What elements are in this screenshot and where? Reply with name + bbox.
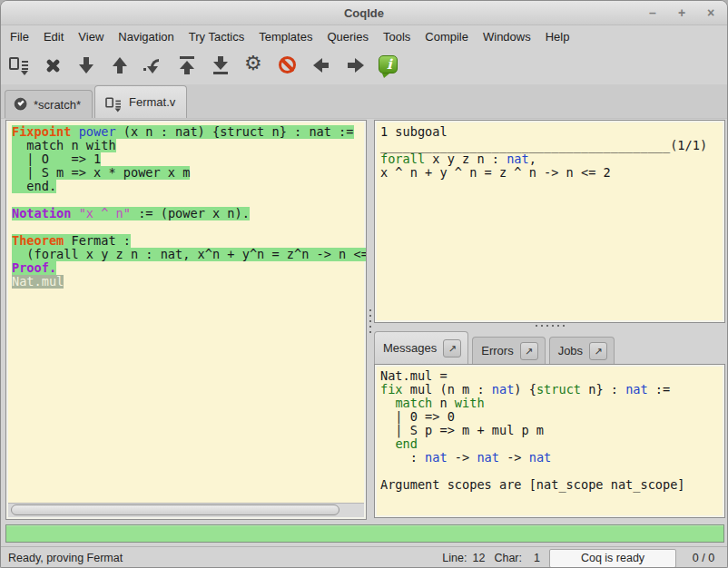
code-line: match n with — [380, 397, 724, 410]
arrow-down-button[interactable] — [75, 54, 97, 76]
gear-button[interactable] — [243, 54, 265, 76]
menu-windows[interactable]: Windows — [476, 28, 538, 45]
check-circle-icon — [15, 98, 27, 111]
document-arrow-icon — [8, 54, 30, 76]
code-line: Proof. — [12, 261, 366, 275]
goto-bottom-icon — [210, 54, 231, 76]
code-line: | S m => x * power x m — [12, 166, 366, 180]
menu-navigation[interactable]: Navigation — [111, 28, 181, 45]
scrollbar-thumb[interactable] — [11, 504, 339, 515]
close-button[interactable]: × — [703, 1, 718, 25]
tab-scratch[interactable]: *scratch* — [5, 90, 93, 118]
menu-compile[interactable]: Compile — [418, 28, 476, 45]
code-line: fix mul (n m : nat) {struct n} : nat := — [380, 383, 724, 397]
line-number: 12 — [472, 552, 485, 564]
code-line: x ^ n + y ^ n = z ^ n -> n <= 2 — [380, 166, 724, 180]
goto-cursor-button[interactable] — [143, 54, 164, 76]
code-line — [12, 193, 366, 207]
code-line: Notation "x ^ n" := (power x n). — [12, 207, 366, 220]
menu-try-tactics[interactable]: Try Tactics — [182, 28, 251, 45]
code-line: (forall x y z n : nat, x^n + y^n = z^n -… — [12, 248, 366, 261]
arrow-left-button[interactable] — [310, 54, 332, 76]
code-line: Theorem Fermat : — [12, 234, 366, 248]
menu-help[interactable]: Help — [538, 28, 577, 45]
info-icon — [378, 54, 399, 76]
coq-state-indicator: Coq is ready — [549, 549, 676, 568]
code-line: Argument scopes are [nat_scope nat_scope… — [380, 478, 724, 492]
status-message: Ready, proving Fermat — [8, 552, 123, 564]
message-tabbar: Messages↗Errors↗Jobs↗ — [374, 329, 725, 364]
menu-templates[interactable]: Templates — [251, 28, 320, 45]
char-number: 1 — [527, 552, 540, 564]
arrow-up-icon — [109, 54, 131, 76]
status-right: Line: 12 Char: 1 Coq is ready 0 / 0 — [442, 549, 722, 568]
toolbar — [1, 46, 727, 84]
close-x-icon — [42, 54, 64, 76]
maximize-button[interactable]: + — [674, 1, 689, 25]
tab-messages[interactable]: Messages↗ — [374, 331, 468, 364]
vertical-splitter-handle[interactable] — [368, 309, 372, 333]
titlebar: CoqIde –+× — [1, 1, 727, 25]
statusbar: Ready, proving Fermat Line: 12 Char: 1 C… — [1, 546, 727, 568]
arrow-right-button[interactable] — [344, 54, 366, 76]
code-line: end. — [12, 180, 366, 193]
window-title: CoqIde — [344, 6, 384, 20]
menu-view[interactable]: View — [71, 28, 111, 45]
line-label: Line: — [442, 552, 467, 564]
goto-bottom-button[interactable] — [210, 54, 231, 76]
menu-edit[interactable]: Edit — [36, 28, 71, 45]
arrow-left-icon — [310, 54, 332, 76]
tab-label: *scratch* — [34, 98, 81, 112]
code-line: | S p => m + mul p m — [380, 424, 724, 437]
menu-file[interactable]: File — [3, 28, 36, 45]
detach-icon[interactable]: ↗ — [589, 342, 607, 360]
code-line: match n with — [12, 139, 366, 152]
arrow-right-icon — [344, 54, 366, 76]
goto-cursor-icon — [143, 54, 164, 76]
tab-label: Errors — [481, 344, 513, 357]
horizontal-scrollbar[interactable] — [8, 503, 364, 517]
tab-label: Messages — [383, 341, 437, 355]
editor-tabbar: *scratch*Fermat.v — [1, 84, 727, 119]
script-editor-pane[interactable]: Fixpoint power (x n : nat) {struct n} : … — [5, 120, 367, 520]
gear-icon — [243, 54, 265, 76]
arrow-up-button[interactable] — [109, 54, 131, 76]
goto-top-button[interactable] — [176, 54, 198, 76]
progress-bar — [5, 524, 724, 543]
menubar: FileEditViewNavigationTry TacticsTemplat… — [1, 26, 727, 46]
close-x-button[interactable] — [42, 54, 64, 76]
code-line: forall x y z n : nat, — [380, 152, 724, 166]
messages-pane[interactable]: Nat.mul =fix mul (n m : nat) {struct n} … — [374, 364, 725, 518]
window-controls: –+× — [645, 1, 718, 25]
detach-icon[interactable]: ↗ — [520, 342, 538, 360]
tab-jobs[interactable]: Jobs↗ — [549, 337, 615, 364]
code-line: Nat.mul = — [380, 369, 724, 383]
horizontal-splitter-handle[interactable] — [536, 325, 565, 327]
script-code[interactable]: Fixpoint power (x n : nat) {struct n} : … — [6, 121, 366, 501]
tab-fermat.v[interactable]: Fermat.v — [94, 85, 187, 118]
interrupt-icon — [277, 54, 299, 76]
minimize-button[interactable]: – — [645, 1, 660, 25]
tab-label: Jobs — [558, 344, 583, 357]
code-line — [12, 220, 366, 234]
tab-errors[interactable]: Errors↗ — [472, 337, 545, 364]
code-line: _______________________________________(… — [380, 139, 724, 152]
code-line: | O => 1 — [12, 152, 366, 166]
task-counter: 0 / 0 — [685, 552, 722, 564]
info-button[interactable] — [378, 54, 399, 76]
menu-queries[interactable]: Queries — [320, 28, 376, 45]
document-arrow-icon — [104, 95, 122, 113]
code-line: end — [380, 437, 724, 451]
interrupt-button[interactable] — [277, 54, 299, 76]
goto-top-icon — [176, 54, 198, 76]
goal-pane[interactable]: 1 subgoal_______________________________… — [374, 120, 725, 323]
tab-label: Fermat.v — [129, 95, 175, 109]
detach-icon[interactable]: ↗ — [443, 339, 461, 357]
document-arrow-button[interactable] — [8, 54, 30, 76]
coqide-window: CoqIde –+× FileEditViewNavigationTry Tac… — [0, 0, 728, 568]
code-line: : nat -> nat -> nat — [380, 451, 724, 465]
char-label: Char: — [494, 552, 522, 564]
menu-tools[interactable]: Tools — [376, 28, 418, 45]
code-line: Nat.mul — [12, 275, 366, 289]
code-line — [380, 465, 724, 478]
